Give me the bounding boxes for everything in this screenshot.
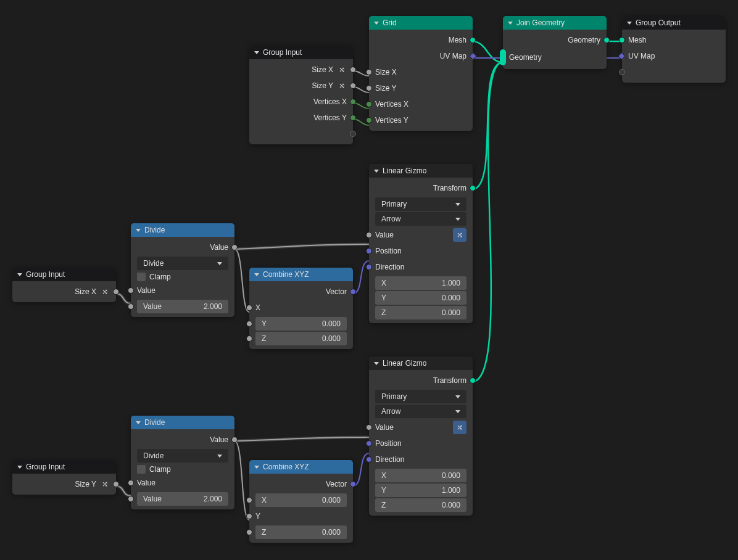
socket-out[interactable]	[470, 37, 476, 43]
node-linear-gizmo-2[interactable]: Linear Gizmo Transform Primary Arrow Val…	[369, 356, 473, 516]
socket-out[interactable]	[470, 377, 476, 384]
input-y: Y	[249, 508, 353, 524]
socket-out[interactable]	[350, 99, 356, 105]
clamp-checkbox[interactable]: Clamp	[131, 271, 234, 282]
node-header[interactable]: Divide	[131, 223, 234, 237]
socket-out[interactable]	[231, 244, 238, 250]
node-group-input-3[interactable]: Group Input Size Y⤭	[12, 460, 116, 495]
node-divide-1[interactable]: Divide Value Divide Clamp Value Value2.0…	[131, 223, 234, 317]
socket-in[interactable]	[366, 69, 372, 75]
node-header[interactable]: Combine XYZ	[249, 460, 353, 474]
node-header[interactable]: Grid	[369, 16, 473, 30]
socket-out[interactable]	[470, 185, 476, 191]
node-title: Group Input	[263, 48, 302, 57]
socket-out[interactable]	[350, 83, 356, 89]
operation-select[interactable]: Divide	[137, 449, 228, 463]
socket-in[interactable]	[246, 529, 252, 535]
color-select[interactable]: Primary	[375, 390, 466, 403]
chevron-down-icon	[254, 466, 259, 469]
node-header[interactable]: Group Output	[622, 16, 726, 30]
direction-x-field[interactable]: X1.000	[375, 276, 466, 290]
input-value-2-field[interactable]: Value2.000	[137, 492, 228, 506]
direction-y-field[interactable]: Y1.000	[375, 484, 466, 497]
socket-in[interactable]	[366, 101, 372, 107]
node-combine-xyz-2[interactable]: Combine XYZ Vector X0.000 Y Z0.000	[249, 460, 353, 543]
node-linear-gizmo-1[interactable]: Linear Gizmo Transform Primary Arrow Val…	[369, 164, 473, 323]
socket-out[interactable]	[113, 481, 119, 487]
socket-in[interactable]	[128, 496, 134, 502]
shuffle-button[interactable]: ⤭	[453, 228, 466, 242]
output-vector: Vector	[249, 284, 353, 300]
socket-in[interactable]	[618, 52, 626, 60]
node-title: Group Input	[26, 463, 65, 471]
socket-out[interactable]	[469, 52, 477, 60]
node-grid[interactable]: Grid Mesh UV Map Size X Size Y Vertices …	[369, 16, 473, 131]
socket-in[interactable]	[246, 497, 252, 503]
socket-in[interactable]	[366, 117, 372, 123]
socket-out[interactable]	[350, 481, 356, 487]
socket-out[interactable]	[603, 37, 610, 43]
input-value-2-field[interactable]: Value2.000	[137, 300, 228, 313]
socket-in[interactable]	[128, 303, 134, 310]
input-z-field[interactable]: Z0.000	[255, 332, 347, 345]
direction-y-field[interactable]: Y0.000	[375, 291, 466, 305]
direction-z-field[interactable]: Z0.000	[375, 498, 466, 512]
node-divide-2[interactable]: Divide Value Divide Clamp Value Value2.0…	[131, 416, 234, 509]
socket-in[interactable]	[246, 305, 252, 311]
node-group-input-1[interactable]: Group Input Size X⤭ Size Y⤭ Vertices X V…	[249, 46, 353, 144]
socket-out[interactable]	[113, 289, 119, 295]
socket-out[interactable]	[231, 437, 238, 443]
socket-in[interactable]	[619, 37, 625, 43]
clamp-checkbox[interactable]: Clamp	[131, 464, 234, 475]
style-select[interactable]: Arrow	[375, 212, 466, 226]
node-group-input-2[interactable]: Group Input Size X⤭	[12, 268, 116, 302]
node-header[interactable]: Group Input	[249, 46, 353, 59]
socket-in[interactable]	[366, 248, 372, 254]
socket-out[interactable]	[350, 115, 356, 121]
socket-in[interactable]	[366, 85, 372, 91]
socket-in-multi[interactable]	[500, 49, 506, 65]
socket-in[interactable]	[366, 456, 372, 463]
socket-in[interactable]	[619, 69, 625, 75]
chevron-down-icon	[17, 273, 22, 276]
node-header[interactable]: Linear Gizmo	[369, 164, 473, 178]
socket-in[interactable]	[128, 480, 134, 486]
direction-x-field[interactable]: X0.000	[375, 469, 466, 482]
shuffle-button[interactable]: ⤭	[453, 421, 466, 434]
input-z-field[interactable]: Z0.000	[255, 525, 347, 539]
output-value: Value	[131, 239, 234, 255]
style-select[interactable]: Arrow	[375, 405, 466, 418]
socket-in[interactable]	[366, 264, 372, 270]
operation-select[interactable]: Divide	[137, 257, 228, 270]
chevron-down-icon	[254, 273, 259, 276]
socket-in[interactable]	[246, 513, 252, 519]
socket-in[interactable]	[128, 287, 134, 294]
node-header[interactable]: Group Input	[12, 460, 116, 474]
node-group-output[interactable]: Group Output Mesh UV Map	[622, 16, 726, 83]
chevron-down-icon	[374, 170, 379, 173]
socket-out[interactable]	[350, 131, 356, 137]
input-x-field[interactable]: X0.000	[255, 493, 347, 507]
node-title: Group Output	[636, 19, 681, 27]
node-header[interactable]: Combine XYZ	[249, 268, 353, 281]
socket-out[interactable]	[350, 67, 356, 73]
node-combine-xyz-1[interactable]: Combine XYZ Vector X Y0.000 Z0.000	[249, 268, 353, 349]
node-join-geometry[interactable]: Join Geometry Geometry Geometry	[503, 16, 607, 69]
node-header[interactable]: Group Input	[12, 268, 116, 281]
chevron-down-icon	[136, 229, 141, 232]
input-y-field[interactable]: Y0.000	[255, 317, 347, 331]
input-uvmap: UV Map	[622, 48, 726, 64]
chevron-down-icon	[374, 362, 379, 365]
color-select[interactable]: Primary	[375, 197, 466, 211]
socket-out[interactable]	[350, 289, 356, 295]
node-header[interactable]: Divide	[131, 416, 234, 429]
socket-in[interactable]	[246, 321, 252, 327]
socket-in[interactable]	[366, 232, 372, 238]
socket-in[interactable]	[366, 440, 372, 447]
input-size-x: Size X	[369, 64, 473, 80]
socket-in[interactable]	[366, 424, 372, 430]
node-header[interactable]: Join Geometry	[503, 16, 607, 30]
direction-z-field[interactable]: Z0.000	[375, 306, 466, 319]
socket-in[interactable]	[246, 336, 252, 342]
node-header[interactable]: Linear Gizmo	[369, 356, 473, 370]
